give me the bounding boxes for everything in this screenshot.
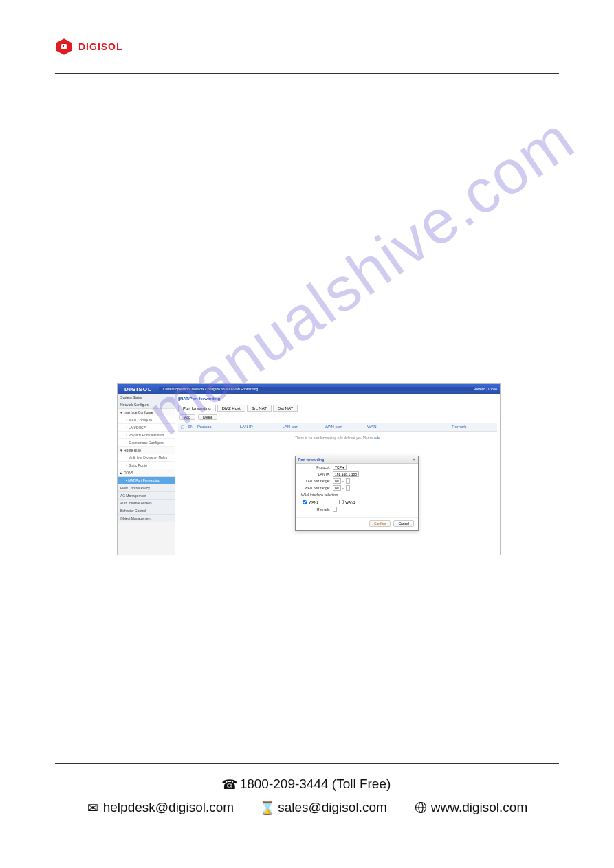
lan-port-start-input[interactable]: 80 [333,478,341,484]
page-header: DIGISOL [0,0,614,80]
page-title: ▮NAT/Port forwarding [175,394,500,403]
file-icon: ▫ [126,433,127,437]
helpdesk-email: helpdesk@digisol.com [103,800,234,815]
sidebar-item-wan-configure[interactable]: ▫WAN Configure [118,416,175,424]
sidebar-item-flow-control[interactable]: Flow Control Policy [118,485,175,492]
lan-port-end-input[interactable] [346,478,350,484]
lan-ip-input[interactable]: 192.168.1.100 [333,471,359,477]
app-brand: DIGISOL [118,386,159,392]
folder-icon: ▫ [126,425,127,430]
mail-icon: ✉ [87,801,99,814]
empty-text: There is no port forwarding rule defined… [295,436,374,440]
sidebar-item-lan-dhcp[interactable]: ▫LAN/DHCP [118,424,175,432]
file-icon: ▫ [126,456,127,460]
wan-port-end-input[interactable] [346,485,350,491]
sidebar-item-multiline-diversion[interactable]: ▫Multi-line Diversion Rules [118,454,175,462]
remark-input[interactable] [333,507,337,512]
folder-icon: ▫ [126,441,127,445]
phone-text: 1800-209-3444 (Toll Free) [240,777,391,792]
breadcrumb: Current operation: Network Configure >> … [159,387,474,391]
sidebar-group-interface-configure[interactable]: ▾Interface Configure [118,409,175,416]
bullet-icon: ▪ [126,478,127,482]
sidebar: System Status Network Configure ▾Interfa… [118,394,175,555]
svg-rect-2 [63,45,64,47]
app-screenshot: DIGISOL Current operation: Network Confi… [117,383,501,555]
protocol-label: Protocol: [300,465,333,469]
sidebar-group-label: Route Rule [124,448,141,452]
column-protocol: Protocol [197,425,240,430]
wan-port-range-label: WAN port range: [300,486,333,490]
protocol-value: TCP [335,465,342,469]
column-lan-ip: LAN IP [240,425,283,430]
sidebar-item-system-status[interactable]: System Status [118,394,175,401]
close-icon[interactable]: ✕ [413,458,415,462]
wan2-label: WAN2 [309,500,318,504]
lan-ip-label: LAN IP: [300,472,333,476]
sidebar-group-route-rule[interactable]: ▾Route Rule [118,447,175,454]
sidebar-item-subinterface[interactable]: ▫Subinterface Configure [118,439,175,447]
sidebar-item-object-management[interactable]: Object Management [118,515,175,522]
sidebar-group-label: Interface Configure [124,410,153,414]
sidebar-item-auth-internet[interactable]: Auth Internet Access [118,500,175,507]
range-separator: ~ [342,486,345,490]
column-sn: SN [188,425,197,430]
port-forwarding-modal: Port forwarding ✕ Protocol: TCP ▾ LAN IP… [295,456,419,531]
sidebar-item-ddns[interactable]: ▸DDNS [118,469,175,477]
main-panel: ▮NAT/Port forwarding Port forwarding DMZ… [175,394,500,555]
wan-port-start-input[interactable]: 80 [333,485,341,491]
tab-dst-nat[interactable]: Dst NAT [273,405,298,412]
delete-button[interactable]: Delete [198,414,217,420]
sidebar-item-label: LAN/DHCP [129,425,146,430]
sidebar-item-label: WAN Configure [129,418,153,422]
column-wan: WAN [367,425,452,430]
column-remark: Remark [452,425,494,430]
app-title-bar: DIGISOL Current operation: Network Confi… [118,384,500,394]
tab-port-forwarding[interactable]: Port forwarding [178,405,216,412]
wan2-checkbox[interactable] [303,500,307,504]
caret-right-icon: ▸ [120,471,122,475]
remark-label: Remark: [300,507,333,511]
sidebar-item-label: Physical Port Definition [129,433,164,437]
sidebar-item-label: DDNS [124,471,133,475]
sidebar-item-behavior-control[interactable]: Behavior Control [118,507,175,515]
tab-dmz-host[interactable]: DMZ Host [217,405,245,412]
phone-icon: ☎ [223,778,236,790]
page-footer: ☎ 1800-209-3444 (Toll Free) ✉ helpdesk@d… [0,777,614,815]
select-all-checkbox[interactable]: ☐ [181,425,188,430]
page-title-text: NAT/Port forwarding [180,397,220,401]
brand-text: DIGISOL [78,41,123,52]
wan1-checkbox-wrap[interactable]: WAN1 [339,500,355,504]
table-header-row: ☐ SN Protocol LAN IP LAN port WAN port W… [178,423,497,432]
modal-title: Port forwarding [298,458,324,462]
sidebar-item-label: Subinterface Configure [129,441,164,445]
caret-down-icon: ▾ [120,410,122,414]
globe-icon [415,801,427,814]
empty-add-link[interactable]: Add [374,436,380,440]
cancel-button[interactable]: Cancel [393,520,414,527]
wan2-checkbox-wrap[interactable]: WAN2 [303,500,318,504]
sidebar-item-ac-management[interactable]: AC Management [118,492,175,500]
toolbar: Add Delete [175,413,500,421]
sidebar-item-nat-port-forwarding[interactable]: ▪ NAT/Port Forwarding [118,477,175,485]
tab-src-nat[interactable]: Src NAT [247,405,272,412]
sidebar-item-network-configure[interactable]: Network Configure [118,401,175,409]
column-wan-port: WAN port [325,425,367,430]
protocol-select[interactable]: TCP ▾ [333,465,347,470]
sidebar-item-label: NAT/Port Forwarding [128,478,160,482]
sales-email: sales@digisol.com [278,800,387,815]
tabs: Port forwarding DMZ Host Src NAT Dst NAT [178,405,497,412]
website-url: www.digisol.com [431,800,527,815]
column-lan-port: LAN port [282,425,325,430]
sidebar-item-label: Multi-line Diversion Rules [129,456,167,460]
add-button[interactable]: Add [179,414,195,420]
file-icon: ▫ [126,463,127,467]
empty-message: There is no port forwarding rule defined… [178,432,497,444]
sidebar-item-physical-port[interactable]: ▫Physical Port Definition [118,432,175,439]
sidebar-item-static-route[interactable]: ▫Static Route [118,462,175,469]
refresh-link[interactable]: Refresh | Close [474,387,500,391]
caret-down-icon: ▾ [120,448,122,452]
confirm-button[interactable]: Confirm [369,520,391,527]
footer-rule [55,763,559,764]
range-separator: ~ [342,479,345,483]
wan1-checkbox[interactable] [339,500,344,504]
